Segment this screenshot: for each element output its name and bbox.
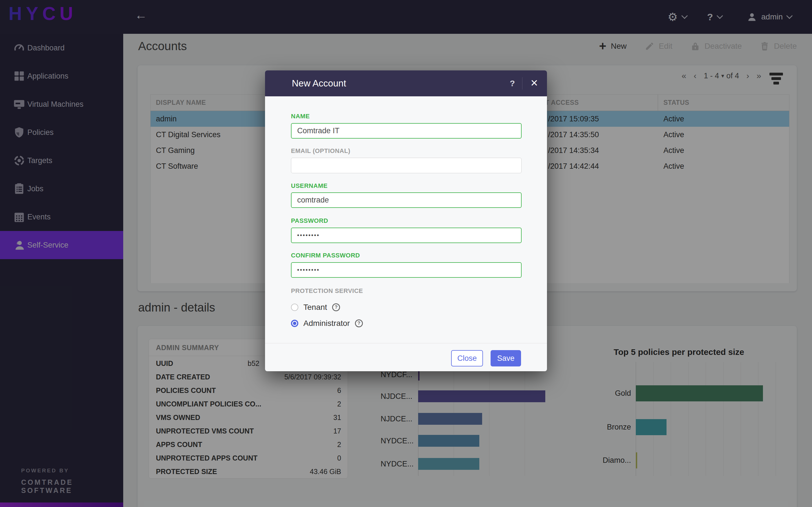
password-label: PASSWORD bbox=[291, 217, 328, 224]
confirm-password-label: CONFIRM PASSWORD bbox=[291, 252, 360, 259]
tenant-help-icon[interactable]: ? bbox=[332, 303, 340, 311]
new-account-modal: New Account ? × NAME EMAIL (OPTIONAL) US… bbox=[265, 70, 547, 371]
divider bbox=[265, 343, 547, 343]
username-label: USERNAME bbox=[291, 182, 327, 189]
radio-administrator[interactable]: Administrator ? bbox=[291, 318, 363, 329]
email-field[interactable] bbox=[291, 158, 522, 173]
administrator-help-icon[interactable]: ? bbox=[355, 320, 363, 327]
hycu-app: HYCU ← ⚙ ? admin Dashboard bbox=[0, 0, 812, 507]
divider bbox=[522, 77, 522, 90]
password-field[interactable] bbox=[291, 228, 522, 243]
modal-header: New Account ? × bbox=[265, 70, 547, 96]
radio-tenant[interactable]: Tenant ? bbox=[291, 302, 340, 313]
close-button[interactable]: Close bbox=[451, 350, 483, 367]
close-icon[interactable]: × bbox=[530, 70, 538, 95]
name-field[interactable] bbox=[291, 123, 522, 138]
radio-selected-icon[interactable] bbox=[291, 320, 298, 327]
confirm-password-field[interactable] bbox=[291, 262, 522, 278]
email-label: EMAIL (OPTIONAL) bbox=[291, 147, 350, 155]
name-label: NAME bbox=[291, 113, 310, 120]
radio-unselected-icon[interactable] bbox=[291, 304, 298, 311]
protection-service-label: PROTECTION SERVICE bbox=[291, 287, 363, 295]
username-field[interactable] bbox=[291, 192, 522, 208]
modal-help-icon[interactable]: ? bbox=[510, 70, 515, 96]
modal-title: New Account bbox=[292, 70, 346, 96]
radio-label: Tenant bbox=[303, 303, 327, 312]
save-button[interactable]: Save bbox=[491, 350, 521, 367]
radio-label: Administrator bbox=[303, 319, 350, 328]
